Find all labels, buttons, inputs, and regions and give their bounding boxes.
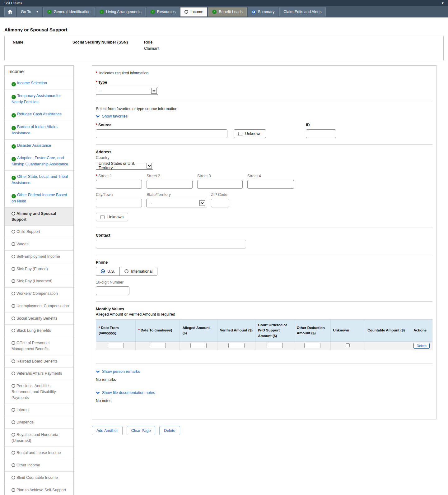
source-unknown-toggle[interactable]: Unknown	[234, 129, 266, 138]
street1-input[interactable]	[96, 180, 142, 189]
show-file-notes-toggle[interactable]: Show file documentation notes	[96, 391, 155, 395]
zip-input[interactable]	[211, 199, 229, 207]
radio-icon	[184, 10, 188, 14]
sidebar-item-interest[interactable]: Interest	[5, 404, 73, 416]
radio-icon	[12, 488, 15, 492]
monthly-values-note: Alleged Amount or Verified Amount is req…	[96, 312, 432, 317]
mv-input-court-ordered-or-iv-d-support-amount[interactable]	[267, 343, 283, 348]
sidebar-item-bureau-of-indian-affairs-assistance[interactable]: ✓Bureau of Indian Affairs Assistance	[5, 121, 73, 140]
clear-page-button[interactable]: Clear Page	[127, 426, 156, 435]
type-select[interactable]: --	[96, 87, 158, 95]
street4-input[interactable]	[247, 180, 294, 189]
sidebar-item-temporary-assistance-for-needy-families[interactable]: ✓Temporary Assistance for Needy Families	[5, 90, 73, 109]
mv-cell-court-ordered-or-iv-d-support-amount	[255, 341, 294, 350]
type-label: *Type	[96, 80, 432, 85]
sidebar-item-other-state-local-and-tribal-assistance[interactable]: ✓Other State, Local, and Tribal Assistan…	[5, 171, 73, 189]
sidebar-item-rental-and-lease-income[interactable]: Rental and Lease Income	[5, 447, 73, 459]
sidebar-item-alimony-and-spousal-support[interactable]: Alimony and Spousal Support	[5, 208, 73, 226]
radio-icon	[12, 359, 15, 363]
add-another-button[interactable]: Add Another	[92, 426, 123, 435]
sidebar-item-income-selection[interactable]: ✓Income Selection	[5, 77, 73, 90]
country-select[interactable]: United States or U.S. Territory	[96, 162, 153, 170]
sidebar-item-refugee-cash-assistance[interactable]: ✓Refugee Cash Assistance	[5, 108, 73, 121]
mv-input-date-to-mm-yyyy[interactable]	[150, 343, 166, 348]
check-icon: ✓	[12, 95, 16, 99]
sidebar-item-social-security-benefits[interactable]: Social Security Benefits	[5, 312, 73, 325]
mv-unknown-checkbox[interactable]	[346, 343, 350, 347]
sidebar-item-adoption-foster-care-and-kinship-guardianship-assistance[interactable]: ✓Adoption, Foster Care, and Kinship Guar…	[5, 152, 73, 171]
mv-input-other-deduction-amount[interactable]	[304, 343, 320, 348]
divider	[96, 301, 432, 302]
mv-col-label: Date From (mm/yyyy)	[99, 326, 119, 335]
sidebar-title: Income	[5, 66, 73, 77]
mv-delete-button[interactable]: Delete	[413, 343, 430, 349]
tab-claim-edits-and-alerts[interactable]: Claim Edits and Alerts	[279, 7, 325, 16]
sidebar-item-label: Alimony and Spousal Support	[12, 211, 56, 222]
sidebar-item-pensions-annuities-retirement-and-disability-payments[interactable]: Pensions, Annuities, Retirement, and Dis…	[5, 380, 73, 404]
sidebar-item-railroad-board-benefits[interactable]: Railroad Board Benefits	[5, 355, 73, 368]
show-person-remarks-toggle[interactable]: Show person remarks	[96, 369, 140, 374]
sidebar-item-sick-pay-unearned[interactable]: Sick Pay (Unearned)	[5, 275, 73, 288]
check-icon: ✓	[151, 10, 155, 14]
address-unknown-checkbox[interactable]	[100, 215, 105, 219]
source-unknown-label: Unknown	[245, 132, 261, 136]
street1-label: *Street 1	[96, 174, 142, 178]
address-unknown-toggle[interactable]: Unknown	[96, 213, 128, 221]
contact-input[interactable]	[96, 240, 246, 248]
street3-input[interactable]	[197, 180, 243, 189]
id-input[interactable]	[306, 129, 336, 138]
street2-input[interactable]	[147, 180, 193, 189]
home-button[interactable]	[4, 7, 16, 16]
phone-us-option[interactable]: U.S.	[96, 267, 119, 275]
sidebar-item-royalties-and-honoraria-unearned[interactable]: Royalties and Honoraria (Unearned)	[5, 429, 73, 447]
city-input[interactable]	[96, 199, 142, 207]
tab-summary[interactable]: Summary	[248, 7, 278, 16]
tab-benefit-leads[interactable]: ✓Benefit Leads	[208, 7, 246, 16]
sidebar-item-dividends[interactable]: Dividends	[5, 416, 73, 429]
source-unknown-checkbox[interactable]	[238, 132, 242, 136]
sidebar-item-plan-to-achieve-self-support[interactable]: Plan to Achieve Self-Support	[5, 484, 73, 495]
sidebar-item-self-employment-income[interactable]: Self-Employment Income	[5, 251, 73, 263]
divider	[96, 144, 432, 145]
mv-input-alleged-amount[interactable]	[190, 343, 207, 348]
radio-icon	[12, 384, 15, 388]
sidebar-item-label: Adoption, Foster Care, and Kinship Guard…	[12, 156, 68, 166]
sidebar-item-label: Child Support	[16, 229, 40, 234]
sidebar-item-veterans-affairs-payments[interactable]: Veterans Affairs Payments	[5, 368, 73, 380]
titlebar-caret-icon[interactable]: ▼	[442, 2, 444, 5]
phone-number-input[interactable]	[96, 286, 129, 295]
show-favorites-toggle[interactable]: Show favorites	[96, 114, 128, 118]
sidebar-item-unemployment-compensation[interactable]: Unemployment Compensation	[5, 300, 73, 312]
tab-general-identification[interactable]: ✓General Identification	[43, 7, 95, 16]
go-to-dropdown[interactable]: Go To ▼	[17, 7, 42, 16]
delete-button[interactable]: Delete	[159, 426, 180, 435]
check-icon: ✓	[12, 113, 16, 118]
tab-income[interactable]: Income	[180, 7, 207, 16]
name-label: Name	[13, 40, 72, 44]
sidebar-item-label: Blind Countable Income	[16, 475, 58, 480]
sidebar-item-wages[interactable]: Wages	[5, 238, 73, 251]
sidebar-item-sick-pay-earned[interactable]: Sick Pay (Earned)	[5, 263, 73, 275]
sidebar-item-blind-countable-income[interactable]: Blind Countable Income	[5, 472, 73, 484]
sidebar-item-black-lung-benefits[interactable]: Black Lung Benefits	[5, 325, 73, 337]
radio-icon	[12, 372, 15, 375]
tab-living-arrangements[interactable]: ✓Living Arrangements	[96, 7, 146, 16]
sidebar-item-label: Plan to Achieve Self-Support	[16, 488, 66, 492]
state-select[interactable]: --	[147, 199, 206, 207]
tab-label: Summary	[258, 10, 274, 14]
sidebar-item-disaster-assistance[interactable]: ✓Disaster Assistance	[5, 140, 73, 152]
mv-input-date-from-mm-yyyy[interactable]	[108, 343, 124, 348]
income-sidebar: Income ✓Income Selection✓Temporary Assis…	[4, 65, 74, 495]
tab-resources[interactable]: ✓Resources	[147, 7, 180, 16]
divider	[96, 228, 432, 228]
sidebar-item-office-of-personnel-management-benefits[interactable]: Office of Personnel Management Benefits	[5, 337, 73, 355]
sidebar-item-workers-compensation[interactable]: Workers' Compensation	[5, 288, 73, 300]
mv-input-verified-amount[interactable]	[228, 343, 245, 348]
chevron-down-icon	[96, 391, 100, 394]
phone-international-option[interactable]: International	[119, 267, 157, 275]
sidebar-item-other-income[interactable]: Other Income	[5, 459, 73, 472]
sidebar-item-other-federal-income-based-on-need[interactable]: ✓Other Federal Income Based on Need	[5, 189, 73, 208]
tab-label: Claim Edits and Alerts	[283, 10, 321, 14]
source-input[interactable]	[96, 129, 227, 138]
sidebar-item-child-support[interactable]: Child Support	[5, 226, 73, 238]
